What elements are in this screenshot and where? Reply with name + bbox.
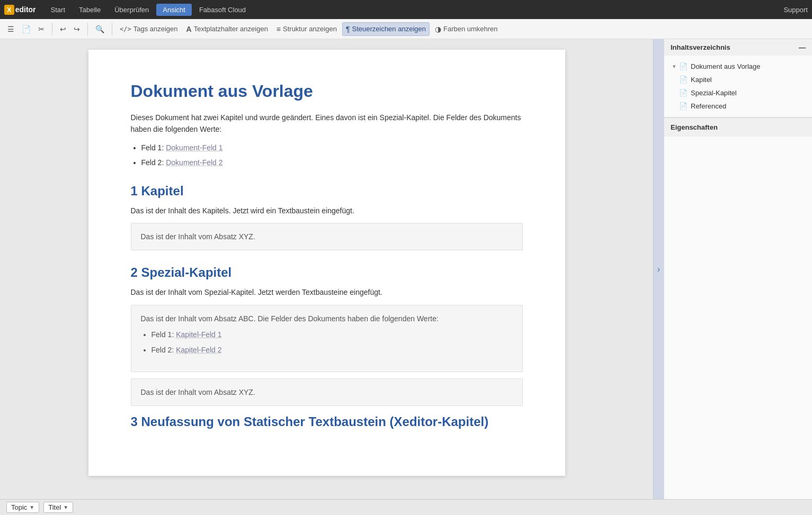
list-item: Feld 1: Dokument-Feld 1 [141,142,523,153]
right-sidebar: Inhaltsverzeichnis — ▾ 📄 Dokument aus Vo… [664,39,812,499]
textblock2-text: Das ist der Inhalt vom Absatz ABC. Die F… [141,313,513,324]
menu-bar: X editor Start Tabelle Überprüfen Ansich… [0,0,812,19]
list-item: Feld 2: Dokument-Feld 2 [141,157,523,168]
logo-text: editor [15,5,36,14]
tree-label-root: Dokument aus Vorlage [691,62,761,70]
properties-label: Eigenschaften [671,123,718,131]
section3-title: Neufassung von Statischer Textbaustein (… [141,414,489,429]
menu-item-uberprüfen[interactable]: Überprüfen [108,4,155,16]
section2-number: 2 [131,265,138,279]
section1-number: 1 [131,184,138,198]
document-area[interactable]: Dokument aus Vorlage Dieses Dokument hat… [0,39,653,499]
textblock2-fields: Feld 1: Kapitel-Feld 1 Feld 2: Kapitel-F… [151,329,513,356]
control-chars-button[interactable]: ¶ Steuerzeichen anzeigen [342,22,430,36]
tree-item-spezial[interactable]: 📄 Spezial-Kapitel [664,86,812,100]
toc-tree: ▾ 📄 Dokument aus Vorlage 📄 Kapitel 📄 Spe… [664,56,812,117]
structure-button[interactable]: ≡ Struktur anzeigen [273,23,340,35]
title-arrow-icon: ▼ [63,504,68,510]
document-title: Dokument aus Vorlage [131,82,523,101]
field1-label: Feld 1: [141,143,166,152]
intro-paragraph: Dieses Dokument hat zwei Kapitel und wur… [131,112,523,135]
new-doc-icon: 📄 [22,25,31,33]
tree-item-root[interactable]: ▾ 📄 Dokument aus Vorlage [664,60,812,73]
field2-label: Feld 2: [141,158,166,167]
separator-1 [52,23,52,35]
toc-header[interactable]: Inhaltsverzeichnis — [664,39,812,56]
sidebar-toggle[interactable]: › [653,39,664,499]
topic-label: Topic [11,503,27,511]
control-chars-label: Steuerzeichen anzeigen [352,25,426,33]
toggle-chevron-icon: › [657,265,660,274]
toolbar-group-file: ☰ 📄 ✂ [4,23,48,35]
search-button[interactable]: 🔍 [92,23,108,35]
menu-item-ansicht[interactable]: Ansicht [156,4,192,16]
new-button[interactable]: 📄 [19,23,34,35]
pilcrow-icon: ¶ [346,25,350,33]
support-link[interactable]: Support [783,6,808,14]
tree-label-referenced: Referenced [691,102,726,110]
tags-icon: </> [120,25,131,33]
placeholder-icon: A [186,25,192,33]
undo-button[interactable]: ↩ [57,23,69,35]
menu-item-tabelle[interactable]: Tabelle [73,4,107,16]
invert-icon: ◑ [435,25,441,33]
kapitel-field1-label: Feld 1: [151,330,176,339]
section2-title: Spezial-Kapitel [141,265,232,279]
tree-item-referenced[interactable]: 📄 Referenced [664,100,812,113]
textblock1-text: Das ist der Inhalt vom Absatz XYZ. [141,232,255,241]
properties-section[interactable]: Eigenschaften [664,118,812,137]
separator-2 [87,23,88,35]
menu-icon: ☰ [7,25,14,33]
section1-title: Kapitel [141,184,184,198]
separator-3 [112,23,112,35]
document-fields-list: Feld 1: Dokument-Feld 1 Feld 2: Dokument… [141,142,523,169]
status-bar: Topic ▼ Titel ▼ [0,499,812,515]
title-dropdown[interactable]: Titel ▼ [43,502,73,513]
structure-label: Struktur anzeigen [283,25,337,33]
section1-heading: 1 Kapitel [131,184,523,198]
tree-label-spezial: Spezial-Kapitel [691,89,737,97]
topic-dropdown[interactable]: Topic ▼ [6,502,39,513]
page-icon: 📄 [679,76,688,84]
page2-icon: 📄 [679,89,688,97]
redo-button[interactable]: ↪ [70,23,83,35]
menu-item-fabasoft[interactable]: Fabasoft Cloud [193,4,252,16]
logo-icon: X [4,5,14,15]
kapitel-field2-value: Kapitel-Feld 2 [176,346,221,354]
section3-heading: 3 Neufassung von Statischer Textbaustein… [131,414,523,429]
app-logo: X editor [4,5,36,15]
section2-paragraph: Das ist der Inhalt vom Spezial-Kapitel. … [131,286,523,298]
cut-button[interactable]: ✂ [35,23,48,35]
toolbar-group-history: ↩ ↪ [57,23,83,35]
tree-label-kapitel: Kapitel [691,76,712,84]
undo-icon: ↩ [60,25,66,33]
list-item: Feld 1: Kapitel-Feld 1 [151,329,513,340]
main-layout: Dokument aus Vorlage Dieses Dokument hat… [0,39,812,499]
tags-label: Tags anzeigen [133,25,178,33]
structure-icon: ≡ [276,25,281,33]
section2-textblock1: Das ist der Inhalt vom Absatz ABC. Die F… [131,305,523,372]
page3-icon: 📄 [679,102,688,110]
section2-textblock2: Das ist der Inhalt vom Absatz XYZ. [131,378,523,406]
section1-paragraph: Das ist der Inhalt des Kapitels. Jetzt w… [131,205,523,216]
toolbar: ☰ 📄 ✂ ↩ ↪ 🔍 </> Tags anzeigen A Textplat… [0,19,812,39]
placeholder-button[interactable]: A Textplatzhalter anzeigen [183,23,271,35]
placeholder-label: Textplatzhalter anzeigen [194,25,268,33]
tree-item-kapitel[interactable]: 📄 Kapitel [664,73,812,86]
menu-button[interactable]: ☰ [4,23,17,35]
field2-value: Dokument-Feld 2 [166,158,222,167]
invert-colors-button[interactable]: ◑ Farben umkehren [432,23,501,35]
kapitel-field1-value: Kapitel-Feld 1 [176,330,221,339]
invert-label: Farben umkehren [443,25,498,33]
menu-item-start[interactable]: Start [44,4,72,16]
search-icon: 🔍 [95,25,104,33]
kapitel-field2-label: Feld 2: [151,346,176,354]
tags-button[interactable]: </> Tags anzeigen [117,23,181,35]
field1-value: Dokument-Feld 1 [166,143,222,152]
topic-arrow-icon: ▼ [29,504,34,510]
chevron-down-icon: ▾ [673,63,676,70]
toc-section: Inhaltsverzeichnis — ▾ 📄 Dokument aus Vo… [664,39,812,118]
cut-icon: ✂ [38,25,44,33]
list-item: Feld 2: Kapitel-Feld 2 [151,344,513,356]
document-page: Dokument aus Vorlage Dieses Dokument hat… [88,50,565,476]
